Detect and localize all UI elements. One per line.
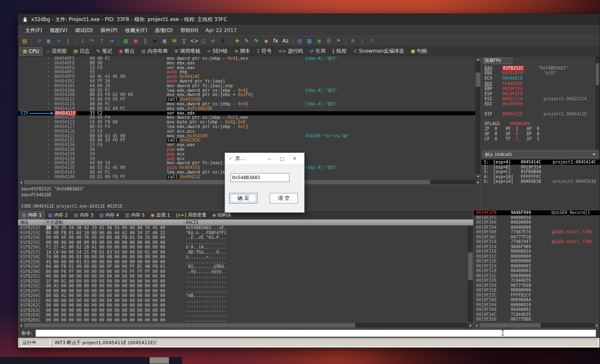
- serial-input[interactable]: [230, 173, 289, 182]
- tab-dump-1[interactable]: ▥内存 1: [19, 211, 45, 219]
- disasm-row[interactable]: •004540F88B D8movebx,eax: [18, 61, 475, 66]
- stack-row[interactable]: 0019F30000690000: [474, 220, 600, 225]
- tab-watch-1[interactable]: ◉监视 1: [148, 211, 173, 219]
- register-row[interactable]: EBX01F81EF4"p?E": [481, 71, 595, 76]
- stack-row[interactable]: 0019F31800000010: [474, 249, 600, 254]
- lamp-icon[interactable]: ☼: [349, 37, 356, 45]
- tab-notes[interactable]: ✎笔记: [94, 47, 115, 56]
- dump-vertical-scrollbar[interactable]: [468, 225, 473, 322]
- pause-icon[interactable]: ∥: [64, 37, 72, 45]
- argument-row[interactable]: 4:[esp+10]FFFFFFFC: [481, 174, 600, 179]
- dump-row[interactable]: 01FB262C00 00 00 00 00 00 00 00 00 00 00…: [18, 303, 468, 308]
- registers-vertical-scrollbar[interactable]: [595, 56, 600, 150]
- disasm-row[interactable]: •0045413633 C0xoreax,eax: [18, 143, 475, 147]
- dump-rows[interactable]: 01FB252C30 78 35 34 38 42 33 41 38 33 00…: [18, 225, 468, 322]
- stack-row[interactable]: 0019F3307C044D35: [474, 278, 600, 283]
- menu-item[interactable]: 选项(O): [151, 26, 177, 35]
- dump-row[interactable]: 01FB258C7A 00 00 00 83 00 00 00 AB 00 00…: [18, 254, 468, 260]
- argument-row[interactable]: 3:[esp+C]01FB3B48: [481, 169, 600, 174]
- tab-dump-4[interactable]: ▥内存 4: [97, 211, 122, 219]
- dialog-title-bar[interactable]: ⚡ 异... — □ ✕: [225, 153, 304, 165]
- dump-row[interactable]: 01FB25BC00 00 F6 FF 00 00 00 00 00 00 F6…: [18, 269, 468, 274]
- step-over-icon[interactable]: ↷: [88, 37, 96, 45]
- scrollbar-thumb[interactable]: [476, 72, 480, 87]
- menu-item[interactable]: 视图(V): [46, 26, 71, 35]
- bookmark-icon[interactable]: ◆: [262, 37, 270, 45]
- stack-row[interactable]: 0019F31077987447返回到 ntdll.7798: [474, 239, 600, 244]
- argument-row[interactable]: 2:[esp+8]0019F314: [481, 165, 600, 170]
- stack-row[interactable]: 0019F32C00690000: [474, 273, 600, 278]
- minimize-button[interactable]: —: [263, 156, 276, 161]
- scroll-up-arrow-icon[interactable]: [475, 56, 481, 62]
- notes-icon[interactable]: ✉: [171, 37, 178, 45]
- clear-button[interactable]: 清 空: [270, 193, 298, 203]
- stack-horizontal-scrollbar[interactable]: [474, 322, 600, 328]
- taskbar-button[interactable]: [150, 357, 169, 364]
- log-icon[interactable]: ▯: [180, 37, 188, 45]
- run-icon[interactable]: →: [55, 37, 62, 45]
- stack-row[interactable]: 0019F3149A96F9B9: [474, 244, 600, 249]
- menu-item[interactable]: 文件(F): [21, 26, 46, 35]
- label-icon[interactable]: ✎: [253, 37, 260, 45]
- menu-item[interactable]: 帮助(H): [177, 26, 202, 35]
- disassembly-vertical-scrollbar[interactable]: [475, 56, 481, 179]
- dump-row[interactable]: 01FB252C30 78 35 34 38 42 33 41 38 33 00…: [18, 225, 468, 230]
- tab-log[interactable]: ▤日志: [70, 47, 92, 56]
- tab-symbols[interactable]: Σ符号: [254, 47, 275, 56]
- stack-row[interactable]: 0019F32400000003: [474, 264, 600, 269]
- stack-row[interactable]: 0019F30C00777F28: [474, 235, 600, 240]
- ok-button[interactable]: 确 定: [229, 193, 257, 203]
- step-out-icon[interactable]: ↑: [98, 37, 105, 45]
- disasm-row[interactable]: •004541385Apopedx: [18, 147, 475, 152]
- search-icon[interactable]: ◌: [200, 37, 207, 45]
- tab-seh[interactable]: ∞SEH链: [204, 47, 230, 56]
- close-button[interactable]: ✕: [288, 156, 301, 161]
- flag-icon[interactable]: ⚑: [335, 37, 342, 45]
- attach-icon[interactable]: ✚: [233, 37, 241, 45]
- disasm-row[interactable]: •00454131E8 06 39 FD FFcall0x427A3C: [18, 138, 475, 143]
- maximize-button[interactable]: □: [276, 156, 288, 161]
- stack-row[interactable]: 0019F30400000008: [474, 225, 600, 230]
- memory-map-icon[interactable]: ▦: [122, 37, 129, 45]
- stack-row[interactable]: 0019F2F89A96F999指向SEH_Record[1: [474, 210, 600, 215]
- dump-row[interactable]: 01FB259C01 00 00 00 01 03 00 00 00 00 00…: [18, 260, 468, 265]
- menu-item[interactable]: 收藏夹(F): [121, 26, 151, 35]
- arguments-view[interactable]: 1:[esp+4]0045414Cproject1.0045414C2:[esp…: [481, 159, 600, 210]
- disasm-row[interactable]: •004540F589 4D FCmovdword ptr ss:[ebp - …: [18, 56, 475, 61]
- source-icon[interactable]: <>: [190, 37, 197, 45]
- dump-row[interactable]: 01FB264C00 00 00 00 00 00 00 00 00 00 00…: [18, 313, 468, 318]
- stack-row[interactable]: 0019F35000777DB8: [474, 317, 600, 322]
- report-icon[interactable]: ☰: [325, 37, 332, 45]
- disasm-row[interactable]: •0045412A33 C9xorecx,ecx: [18, 129, 475, 134]
- scrollbar-thumb[interactable]: [596, 63, 599, 85]
- scroll-left-arrow-icon[interactable]: [18, 179, 24, 185]
- registers-view[interactable]: 隐藏FPUEAX01FB252C"0x548B3A83"EBX01F81EF4"…: [481, 56, 600, 150]
- dump-row[interactable]: 01FB260CB0 6D 42 00 00 00 00 00 00 00 00…: [18, 293, 468, 298]
- menu-item[interactable]: 调试(D): [71, 26, 97, 35]
- register-row[interactable]: EAX01FB252C"0x548B3A83": [481, 66, 595, 71]
- disasm-row[interactable]: •004540FA33 C0xoreax,eax: [18, 66, 475, 70]
- tab-memory-map[interactable]: ▥内存布局: [139, 47, 171, 56]
- tab-breakpoints[interactable]: ●断点: [116, 47, 138, 56]
- dump-row[interactable]: 01FB261C00 00 00 00 00 00 00 00 00 00 00…: [18, 298, 468, 303]
- stack-row[interactable]: 0019F33CFFFFB2CF: [474, 293, 600, 298]
- dump-row[interactable]: 01FB265C00 00 00 00 00 00 00 00 00 00 00…: [18, 318, 468, 323]
- dump-row[interactable]: 01FB253CB0 4B FB 01 68 10 00 00 46 44 42…: [18, 230, 468, 236]
- open-file-icon[interactable]: ▤: [21, 37, 28, 45]
- register-row[interactable]: EIP0045411Eproject1.0045411E: [481, 112, 595, 117]
- calling-convention-select[interactable]: 默认 (stdcall): [482, 151, 598, 158]
- stack-row[interactable]: 0019F30877987E70返回到 ntdll.7798: [474, 230, 600, 235]
- scrollbar-thumb[interactable]: [24, 323, 355, 327]
- tab-call-stack[interactable]: ≣调用堆栈: [171, 47, 203, 56]
- book-icon[interactable]: ▤: [296, 37, 303, 45]
- stack-row[interactable]: 0019F33400777E68: [474, 283, 600, 288]
- disasm-row[interactable]: •004540FC55pushebp: [18, 70, 475, 75]
- dump-row[interactable]: 01FB25FC00 00 00 00 00 00 00 00 00 00 00…: [18, 289, 468, 294]
- dump-horizontal-scrollbar[interactable]: [18, 322, 473, 328]
- tab-references[interactable]: ⇄引用: [307, 47, 328, 56]
- dump-row[interactable]: 01FB255C00 00 00 00 00 00 00 00 00 00 00…: [18, 240, 468, 245]
- scroll-left-arrow-icon[interactable]: [474, 323, 479, 328]
- close-debuggee-icon[interactable]: ▣: [45, 37, 52, 45]
- dump-row[interactable]: 01FB256CF2 27 41 00 02 28 41 00 00 00 00…: [18, 245, 468, 250]
- disasm-row[interactable]: •0045412CB8 60 41 45 00moveax,0x45416045…: [18, 134, 475, 139]
